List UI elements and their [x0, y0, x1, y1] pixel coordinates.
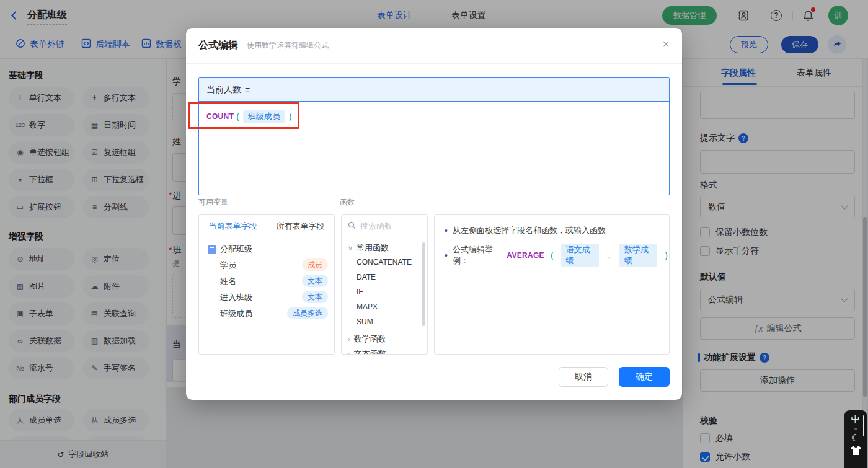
formula-target-row: 当前人数 =: [199, 78, 669, 102]
example-function-name: AVERAGE: [507, 251, 544, 260]
function-item[interactable]: IF: [356, 288, 363, 296]
variable-row[interactable]: 学员: [208, 260, 236, 271]
variables-tabs: 当前表单字段 所有表单字段: [199, 215, 334, 237]
function-search-input[interactable]: [360, 221, 419, 231]
form-tree-root[interactable]: 分配班级: [208, 244, 252, 255]
close-paren: ): [663, 250, 669, 260]
field-type-tag: 文本: [302, 275, 328, 287]
formula-editor[interactable]: 当前人数 = COUNT(班级成员): [198, 77, 670, 195]
modal-subtitle: 使用数学运算符编辑公式: [247, 40, 329, 51]
language-toggle-icon[interactable]: 中: [851, 414, 861, 423]
function-group-common[interactable]: ∨ 常用函数: [348, 242, 389, 254]
function-item[interactable]: CONCATENATE: [356, 258, 412, 267]
floating-widget[interactable]: 中 ₒ ☾: [844, 410, 867, 468]
confirm-button[interactable]: 确定: [619, 367, 670, 387]
formula-edit-modal: 公式编辑 使用数学运算符编辑公式 × 当前人数 = COUNT(班级成员) 可用…: [186, 28, 682, 400]
theme-shirt-icon[interactable]: [851, 446, 861, 457]
dark-mode-moon-icon[interactable]: ☾: [851, 433, 860, 443]
functions-section-label: 函数: [340, 197, 355, 208]
hint-panel: • 从左侧面板选择字段名和函数，或输入函数 • 公式编辑举例：AVERAGE(语…: [434, 214, 670, 355]
chevron-right-icon: ›: [348, 350, 350, 355]
close-icon[interactable]: ×: [662, 38, 670, 50]
variables-panel: 当前表单字段 所有表单字段 分配班级 学员 成员 姓名 文本 进入班级 文本 班…: [198, 214, 335, 355]
app-root: 分配班级 表单设计 表单设置 数据管理 ? 训: [0, 0, 868, 468]
variable-row[interactable]: 进入班级: [208, 292, 252, 303]
function-search[interactable]: [342, 215, 427, 237]
bullet-icon: •: [445, 250, 448, 260]
tab-all-form-fields[interactable]: 所有表单字段: [277, 221, 325, 232]
widget-scrollbar: [863, 415, 864, 436]
language-sub-mark: ₒ: [854, 426, 856, 431]
cancel-button[interactable]: 取消: [559, 367, 608, 387]
example-field-chip: 语文成绩: [561, 244, 599, 267]
function-item[interactable]: DATE: [356, 273, 376, 281]
field-type-tag: 文本: [302, 291, 328, 303]
modal-title: 公式编辑: [198, 39, 238, 52]
open-paren: (: [549, 250, 555, 260]
functions-scrollbar-thumb[interactable]: [422, 242, 425, 326]
function-group-math[interactable]: › 数学函数: [348, 333, 386, 345]
function-item[interactable]: SUM: [356, 317, 373, 326]
functions-panel: ∨ 常用函数 CONCATENATE DATE IF MAPX SUM › 数学…: [341, 214, 428, 355]
annotation-red-box: [188, 102, 299, 129]
modal-header: 公式编辑 使用数学运算符编辑公式: [186, 28, 682, 64]
example-field-chip: 数学成绩: [619, 244, 657, 267]
chevron-down-icon: ∨: [348, 244, 353, 252]
function-group-text[interactable]: › 文本函数: [348, 348, 386, 355]
search-icon: [348, 221, 356, 232]
hint-line-1: • 从左侧面板选择字段名和函数，或输入函数: [445, 225, 606, 236]
field-type-tag: 成员: [302, 258, 328, 271]
comma: ，: [605, 250, 613, 261]
variable-row[interactable]: 班级成员: [208, 308, 252, 319]
field-type-tag: 成员多选: [287, 307, 328, 319]
variable-row[interactable]: 姓名: [208, 276, 236, 287]
form-doc-icon: [208, 245, 216, 254]
tab-current-form-fields[interactable]: 当前表单字段: [209, 221, 257, 232]
hint-line-2: • 公式编辑举例：AVERAGE(语文成绩，数学成绩): [445, 244, 669, 267]
bullet-icon: •: [445, 226, 448, 236]
variables-section-label: 可用变量: [198, 197, 228, 208]
chevron-right-icon: ›: [348, 335, 350, 343]
formula-target-field: 当前人数: [206, 84, 241, 95]
equals-sign: =: [245, 85, 250, 95]
function-item[interactable]: MAPX: [356, 302, 378, 311]
